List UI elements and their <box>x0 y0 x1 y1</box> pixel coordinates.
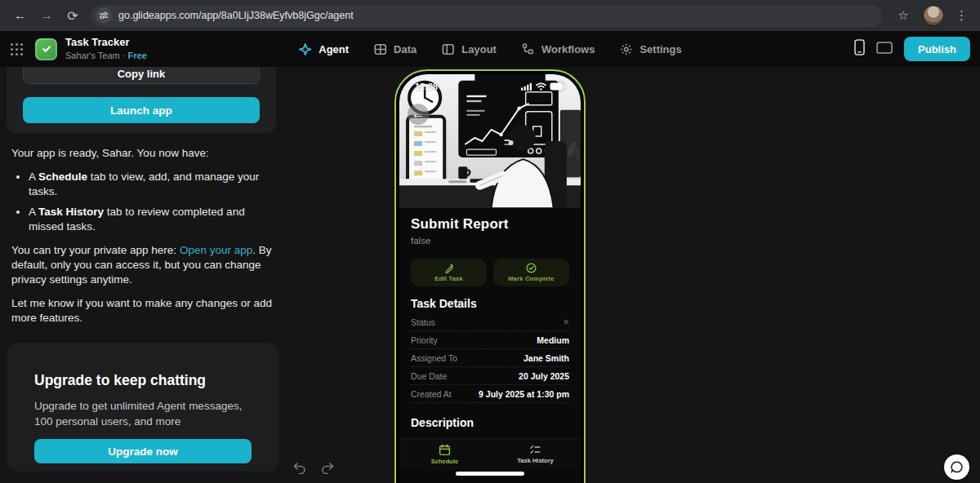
battery-icon <box>550 82 565 91</box>
header-tabs: Agent Data Layout Workflows Settings <box>298 31 681 67</box>
data-table-icon <box>373 42 387 56</box>
task-action-row: Edit Task Mark Complete <box>411 259 569 286</box>
pencil-icon <box>444 264 454 273</box>
apps-grid-icon[interactable] <box>10 42 24 56</box>
edit-task-button[interactable]: Edit Task <box>411 259 487 286</box>
tab-settings[interactable]: Settings <box>619 42 681 56</box>
subtitle-separator: · <box>122 51 126 60</box>
team-name: Sahar's Team <box>65 51 120 60</box>
tab-workflows[interactable]: Workflows <box>521 42 595 56</box>
speech-bubble-icon <box>950 460 964 474</box>
tab-data-label: Data <box>394 43 416 55</box>
phone-statusbar: 12:08 <box>399 82 581 91</box>
app-logo-icon[interactable] <box>35 38 57 60</box>
tab-settings-label: Settings <box>639 43 681 55</box>
clear-status-icon[interactable]: × <box>563 317 569 327</box>
gear-icon <box>619 42 633 56</box>
browser-reload-button[interactable]: ⟳ <box>60 3 85 28</box>
browser-forward-button[interactable]: → <box>34 3 59 28</box>
chat-bullet-list: A Schedule tab to view, add, and manage … <box>11 170 281 234</box>
tablet-preview-icon[interactable] <box>876 42 893 57</box>
signal-icon <box>521 82 532 91</box>
browser-profile-avatar[interactable] <box>923 5 944 26</box>
task-details-list: Status × Priority Medium Assigned To Jan… <box>411 313 569 403</box>
upgrade-title: Upgrade to keep chatting <box>34 372 206 389</box>
upgrade-card: Upgrade to keep chatting Upgrade to get … <box>7 343 279 472</box>
canvas-history-controls <box>292 460 336 477</box>
undo-icon[interactable] <box>292 460 307 477</box>
task-subtitle: false <box>411 236 569 246</box>
check-circle-icon <box>526 263 537 273</box>
support-chat-button[interactable] <box>944 454 969 480</box>
status-icons <box>521 82 565 91</box>
detail-row-due-date: Due Date 20 July 2025 <box>411 367 569 385</box>
calendar-icon <box>439 444 451 456</box>
phone-preview-icon[interactable] <box>854 39 865 59</box>
phone-tab-schedule[interactable]: Schedule <box>399 439 490 469</box>
tab-agent-label: Agent <box>318 43 349 55</box>
url-text: go.glideapps.com/app/8a0LIjJ38wEyfvb8jGg… <box>118 10 354 21</box>
task-details-heading: Task Details <box>411 297 569 310</box>
wifi-icon <box>536 82 546 91</box>
browser-menu-icon[interactable]: ⋮ <box>952 8 972 23</box>
detail-row-status: Status × <box>411 313 569 331</box>
tab-layout-label: Layout <box>461 43 497 55</box>
chat-try-app: You can try your private app here: Open … <box>11 243 281 287</box>
tab-agent[interactable]: Agent <box>298 42 349 56</box>
history-list-icon <box>529 445 541 455</box>
app-header: Task Tracker Sahar's Team · Free Agent D… <box>0 31 980 67</box>
layout-sidebar-icon <box>441 42 455 56</box>
plan-badge: Free <box>128 51 147 60</box>
description-heading: Description <box>411 416 569 429</box>
status-time: 12:08 <box>415 82 438 91</box>
task-detail-content: Submit Report false Edit Task Mark Compl… <box>399 208 581 429</box>
app-title: Task Tracker <box>65 37 147 49</box>
launch-app-button[interactable]: Launch app <box>23 97 260 123</box>
detail-row-assigned-to: Assigned To Jane Smith <box>411 349 569 367</box>
site-settings-icon[interactable] <box>96 7 112 24</box>
mark-complete-button[interactable]: Mark Complete <box>493 259 569 286</box>
browser-back-button[interactable]: ← <box>8 3 33 28</box>
hero-illustration <box>399 74 581 208</box>
address-bar[interactable]: go.glideapps.com/app/8a0LIjJ38wEyfvb8jGg… <box>91 5 882 27</box>
upgrade-now-button[interactable]: Upgrade now <box>34 439 252 463</box>
bullet-schedule: A Schedule tab to view, add, and manage … <box>29 170 281 199</box>
header-right-cluster: Publish <box>854 37 970 61</box>
task-title: Submit Report <box>411 216 569 233</box>
home-indicator <box>456 472 524 476</box>
bullet-task-history: A Task History tab to review completed a… <box>29 205 281 234</box>
tab-data[interactable]: Data <box>373 42 416 56</box>
phone-preview-frame[interactable]: 12:08 ← Submit Report false Edit Task Ma… <box>394 69 586 483</box>
agent-chat-message: Your app is ready, Sahar. You now have: … <box>11 146 281 335</box>
chat-intro: Your app is ready, Sahar. You now have: <box>11 146 281 161</box>
publish-button[interactable]: Publish <box>904 37 970 61</box>
share-card: Copy link Launch app <box>7 57 276 133</box>
redo-icon[interactable] <box>320 460 336 477</box>
workflows-nodes-icon <box>521 42 535 56</box>
tab-workflows-label: Workflows <box>541 43 595 55</box>
tab-layout[interactable]: Layout <box>441 42 497 56</box>
phone-tab-task-history[interactable]: Task History <box>490 439 581 469</box>
back-arrow-icon: ← <box>412 107 425 121</box>
phone-tabbar: Schedule Task History <box>399 438 581 469</box>
app-title-block: Task Tracker Sahar's Team · Free <box>65 37 147 61</box>
open-your-app-link[interactable]: Open your app <box>180 244 252 256</box>
back-button[interactable]: ← <box>408 104 429 125</box>
detail-row-priority: Priority Medium <box>411 331 569 349</box>
agent-sparkle-icon <box>298 42 312 56</box>
upgrade-body: Upgrade to get unlimited Agent messages,… <box>34 398 255 429</box>
chat-closing: Let me know if you want to make any chan… <box>11 296 281 326</box>
browser-toolbar: ← → ⟳ go.glideapps.com/app/8a0LIjJ38wEyf… <box>0 0 980 31</box>
detail-row-created-at: Created At 9 July 2025 at 1:30 pm <box>411 385 569 403</box>
app-subtitle: Sahar's Team · Free <box>65 51 147 61</box>
bookmark-star-icon[interactable]: ☆ <box>892 8 915 23</box>
phone-screen: 12:08 ← Submit Report false Edit Task Ma… <box>399 74 581 483</box>
